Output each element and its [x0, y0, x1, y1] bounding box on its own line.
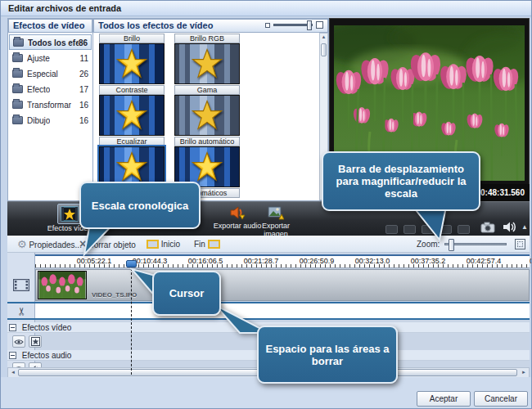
mark-start-button[interactable]: Inicio [147, 236, 180, 253]
star-icon [192, 151, 223, 182]
star-icon [116, 48, 147, 79]
star-icon [116, 100, 147, 131]
effect-item-brillo-automatico[interactable]: Brillo automático [174, 95, 240, 146]
cut-track-header: ✂ [7, 302, 35, 320]
volume-popup-arrow-icon[interactable]: ▲ [521, 223, 528, 231]
gear-icon: ⚙ [17, 238, 27, 250]
star-frame-icon [31, 337, 40, 346]
video-track-header [7, 269, 35, 301]
scroll-up-icon[interactable]: ▲ [320, 34, 327, 41]
properties-button[interactable]: ⚙ Propiedades... [17, 236, 82, 253]
star-icon [192, 48, 223, 79]
video-effects-visibility-button[interactable] [12, 335, 25, 348]
fit-timeline-icon[interactable] [515, 239, 525, 249]
collapse-icon[interactable] [9, 352, 16, 359]
scissors-icon: ✂ [16, 307, 28, 316]
speaker-icon [503, 221, 517, 233]
folder-icon [13, 38, 24, 47]
window-title: Editar archivos de entrada [8, 3, 121, 13]
effect-item-ecualizar[interactable]: Ecualizar [99, 95, 165, 146]
effect-item-brillo-rgb[interactable]: Brillo RGB [174, 33, 240, 43]
snapshot-button[interactable] [480, 222, 495, 236]
zoom-bar-callout: Barra de desplazamiento para magnificar/… [322, 151, 480, 211]
sidebar-item-ajuste[interactable]: Ajuste 11 [9, 51, 92, 66]
playback-button[interactable] [458, 225, 470, 234]
effect-thumbnail [99, 95, 165, 136]
eye-icon [14, 339, 24, 345]
folder-icon [12, 116, 23, 124]
export-image-button[interactable]: Exportar imagen [255, 204, 297, 236]
dialog-window: Editar archivos de entrada Efectos de ví… [0, 0, 532, 409]
export-image-icon [255, 204, 297, 222]
clip-thumbnail [38, 271, 87, 299]
mark-end-button[interactable]: Fin [194, 236, 220, 253]
timescale-callout: Escala cronológica [79, 182, 201, 229]
cursor-callout: Cursor [152, 271, 221, 316]
playback-button[interactable] [385, 225, 398, 234]
end-marker-icon [208, 240, 220, 249]
folder-icon [12, 70, 23, 78]
effects-category-panel: Efectos de vídeo Todos los efectos d... … [7, 18, 93, 201]
effect-thumbnail [174, 95, 240, 136]
star-icon [192, 100, 223, 131]
thumb-size-large-icon [316, 21, 323, 29]
sidebar-item-efecto[interactable]: Efecto 17 [9, 82, 92, 97]
thumb-size-slider-handle[interactable] [307, 20, 312, 30]
video-clip[interactable]: VIDEO_TS.IFO [35, 269, 530, 301]
folder-icon [12, 85, 23, 93]
left-panel-header: Efectos de vídeo [8, 19, 92, 33]
effects-panel-header: Todos los efectos de vídeo [93, 19, 328, 33]
timeline-ruler[interactable]: 00:05:22.1 00:10:44.3 00:16:06.5 00:21:2… [35, 254, 530, 268]
effect-thumbnail [174, 43, 240, 84]
camera-icon [480, 222, 495, 233]
effect-item-contraste[interactable]: Contraste [99, 43, 165, 95]
title-bar: Editar archivos de entrada [1, 1, 532, 16]
folder-icon [12, 101, 23, 109]
thumb-size-small-icon [265, 23, 270, 28]
erase-areas-track[interactable] [35, 302, 530, 320]
effect-item-brillo[interactable]: Brillo [99, 33, 165, 43]
scroll-left-icon[interactable]: ◄ [9, 369, 17, 376]
erase-space-callout: Espacio para las áreas a borrar [257, 326, 398, 384]
sidebar-item-dibujo[interactable]: Dibujo 16 [9, 113, 92, 128]
folder-icon [12, 54, 23, 62]
effects-grid: Brillo Brillo RGB Contraste Gama Ecualiz… [94, 33, 320, 200]
sidebar-item-transformar[interactable]: Transformar 16 [9, 97, 92, 113]
cancel-button[interactable]: Cancelar [474, 391, 528, 407]
film-icon [13, 279, 29, 291]
start-marker-icon [147, 240, 159, 249]
sidebar-item-all-effects[interactable]: Todos los efectos d... 86 [9, 34, 92, 50]
zoom-slider[interactable] [444, 236, 510, 253]
volume-button[interactable] [503, 221, 517, 236]
accept-button[interactable]: Aceptar [417, 391, 471, 407]
sidebar-item-especial[interactable]: Especial 26 [9, 66, 92, 82]
scroll-right-icon[interactable]: ► [520, 369, 528, 376]
effect-thumbnail [99, 43, 165, 84]
star-icon [116, 151, 147, 182]
video-effects-add-button[interactable] [29, 335, 42, 348]
effects-scrollbar-thumb[interactable] [321, 43, 327, 56]
zoom-slider-track[interactable] [444, 243, 507, 245]
effect-item-gama[interactable]: Gama [174, 43, 240, 95]
collapse-icon[interactable] [9, 324, 16, 331]
